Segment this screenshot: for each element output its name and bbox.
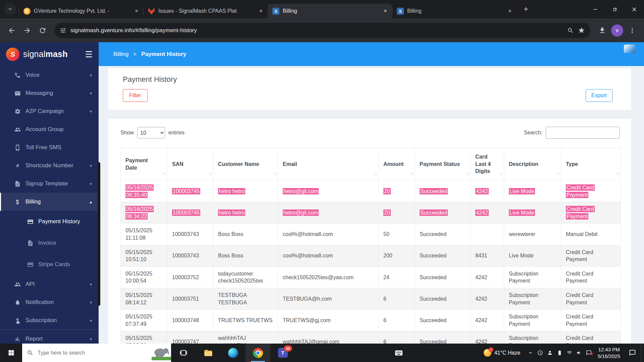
battery-tray-icon[interactable] <box>555 350 565 356</box>
tab-close-icon[interactable]: × <box>132 7 141 15</box>
sidebar-item-label: Signup Template <box>25 180 85 187</box>
column-header-payment-date[interactable]: Payment Date↑↓ <box>121 148 167 181</box>
payment-row[interactable]: 05/15/2025 10:51:10100003743Boss Bosscoo… <box>121 245 621 266</box>
chat-tray-icon[interactable] <box>584 350 594 356</box>
search-doodle-image[interactable] <box>152 344 171 362</box>
breadcrumb-section[interactable]: Billing <box>113 51 128 58</box>
notification-bubble-icon <box>629 349 636 356</box>
sort-icon[interactable]: ↑↓ <box>616 171 619 176</box>
cell-status: Succeeded <box>415 266 471 288</box>
wifi-tray-icon[interactable] <box>565 350 574 356</box>
site-info-icon[interactable] <box>60 27 66 34</box>
show-desktop-button[interactable] <box>641 344 644 362</box>
column-header-type[interactable]: Type↑↓ <box>561 148 621 181</box>
edge-button[interactable] <box>221 344 246 362</box>
column-header-customer-name[interactable]: Customer Name↑↓ <box>213 148 278 181</box>
table-search-input[interactable] <box>546 127 620 139</box>
chrome-button[interactable] <box>246 344 270 362</box>
payment-row[interactable]: 05/15/2025 10:00:54100003752todaycustome… <box>121 266 621 288</box>
sort-icon[interactable]: ↑↓ <box>209 171 211 176</box>
sidebar-item-a2p-campaign[interactable]: A2P Campaign▾ <box>0 102 99 120</box>
sidebar-item-shortcode-number[interactable]: #Shortcode Number▾ <box>0 157 99 175</box>
sidebar-toggle-icon[interactable]: ☰ <box>85 50 93 58</box>
sort-icon[interactable]: ↑↓ <box>163 171 165 176</box>
downloads-button[interactable] <box>595 23 609 38</box>
sidebar-item-payment-history[interactable]: Payment History <box>0 211 99 232</box>
chevron-up-tray-icon[interactable] <box>526 350 535 356</box>
file-icon <box>27 240 34 246</box>
sidebar-item-toll-free-sms[interactable]: Toll Free SMS <box>0 138 99 157</box>
forward-button[interactable] <box>20 23 34 38</box>
minimize-button[interactable] <box>586 0 605 18</box>
sidebar-item-subscription[interactable]: Subscription▾ <box>0 311 99 329</box>
taskbar-search-input[interactable] <box>34 350 152 356</box>
sort-icon[interactable]: ↑↓ <box>499 171 502 176</box>
task-view-button[interactable] <box>171 344 196 362</box>
column-header-amount[interactable]: Amount↑↓ <box>379 148 415 181</box>
sidebar-item-voice[interactable]: Voice▾ <box>0 66 99 84</box>
action-center-button[interactable] <box>624 344 641 362</box>
taskbar-clock[interactable]: 12:43 PM 5/16/2025 <box>598 346 620 359</box>
column-header-description[interactable]: Description↑↓ <box>504 148 561 181</box>
column-header-email[interactable]: Email↑↓ <box>278 148 379 181</box>
tab-close-icon[interactable]: × <box>257 7 265 15</box>
sidebar-item-report[interactable]: Report▾ <box>0 329 99 344</box>
bookmark-star-icon[interactable] <box>578 27 585 34</box>
tab-close-icon[interactable]: × <box>381 7 389 15</box>
volume-tray-icon[interactable] <box>574 350 584 356</box>
export-button[interactable]: Export <box>586 89 612 102</box>
payment-row[interactable]: 05/16/2025 06:34:22100003745hetro hetroh… <box>121 202 621 224</box>
payment-row[interactable]: 05/15/2025 11:11:08100003743Boss Bosscoo… <box>121 224 621 245</box>
sidebar-item-api[interactable]: API▾ <box>0 275 99 293</box>
taskbar-search[interactable] <box>22 344 171 362</box>
tab-close-icon[interactable]: × <box>506 7 514 15</box>
cell-type: Credit Card Payment <box>561 266 621 288</box>
sidebar-item-stripe-cards[interactable]: Stripe Cards <box>0 254 99 275</box>
sidebar-item-billing[interactable]: Billing▴ <box>0 193 99 211</box>
maximize-button[interactable] <box>605 0 625 18</box>
sort-icon[interactable]: ↑↓ <box>466 171 469 176</box>
address-bar[interactable]: signalmash.gventure.info/#/billing/payme… <box>54 23 590 38</box>
sidebar-item-signup-template[interactable]: Signup Template▾ <box>0 175 99 193</box>
url-text[interactable]: signalmash.gventure.info/#/billing/payme… <box>70 27 563 34</box>
browser-tab[interactable]: SBilling× <box>392 4 517 18</box>
zoom-icon[interactable] <box>567 27 574 34</box>
touch-keyboard-button[interactable] <box>389 344 408 362</box>
sidebar-item-account-group[interactable]: Account Group <box>0 120 99 138</box>
header-image[interactable] <box>624 45 635 53</box>
column-header-san[interactable]: SAN↑↓ <box>167 148 213 181</box>
close-window-button[interactable] <box>625 0 644 18</box>
sort-icon[interactable]: ↑↓ <box>556 171 559 176</box>
browser-tab[interactable]: GGVenture Technology Pvt. Ltd. -× <box>19 4 143 18</box>
column-header-payment-status[interactable]: Payment Status↑↓ <box>415 148 471 181</box>
teams-button[interactable]: T 59 <box>270 344 295 362</box>
sidebar-item-notification[interactable]: Notification▾ <box>0 293 99 311</box>
reload-button[interactable] <box>36 23 50 38</box>
payment-row[interactable]: 05/15/2025 07:25:58100003747wahhhhTAJ wa… <box>121 331 621 344</box>
filter-button[interactable]: Filter <box>123 89 148 102</box>
column-header-card-last-4-digits[interactable]: Card Last 4 Digits↑↓ <box>471 148 504 181</box>
clock-tray-icon[interactable] <box>535 350 545 356</box>
start-button[interactable] <box>0 344 22 362</box>
browser-menu-button[interactable] <box>625 23 639 38</box>
scrollbar-thumb[interactable] <box>98 162 100 306</box>
browser-tab[interactable]: Issues - SignalMash CPAAS Plat× <box>143 4 268 18</box>
browser-tab[interactable]: SBilling× <box>268 4 392 18</box>
payment-row[interactable]: 05/15/2025 08:14:12100003751TESTBUGA TES… <box>121 288 621 309</box>
weather-widget[interactable]: 1 41°C Haze <box>484 344 521 362</box>
sort-icon[interactable]: ↑↓ <box>410 171 413 176</box>
page-size-select[interactable]: 10 <box>137 127 165 138</box>
back-button[interactable] <box>5 23 19 38</box>
payment-row[interactable]: 05/15/2025 07:37:49100003748TRUETWS TRUE… <box>121 310 621 331</box>
sidebar-item-messaging[interactable]: Messaging▾ <box>0 84 99 102</box>
file-explorer-button[interactable] <box>196 344 221 362</box>
new-tab-button[interactable]: + <box>520 3 532 15</box>
payment-row[interactable]: 05/16/2025 06:35:40100003745hetro hetroh… <box>121 181 621 202</box>
money-icon <box>14 199 21 205</box>
tab-search-button[interactable] <box>4 3 16 15</box>
profile-avatar[interactable]: v <box>611 24 623 37</box>
sort-icon[interactable]: ↑↓ <box>374 171 377 176</box>
sidebar-item-invoice[interactable]: Invoice <box>0 232 99 254</box>
sort-icon[interactable]: ↑↓ <box>273 171 276 176</box>
people-tray-icon[interactable] <box>545 350 555 356</box>
